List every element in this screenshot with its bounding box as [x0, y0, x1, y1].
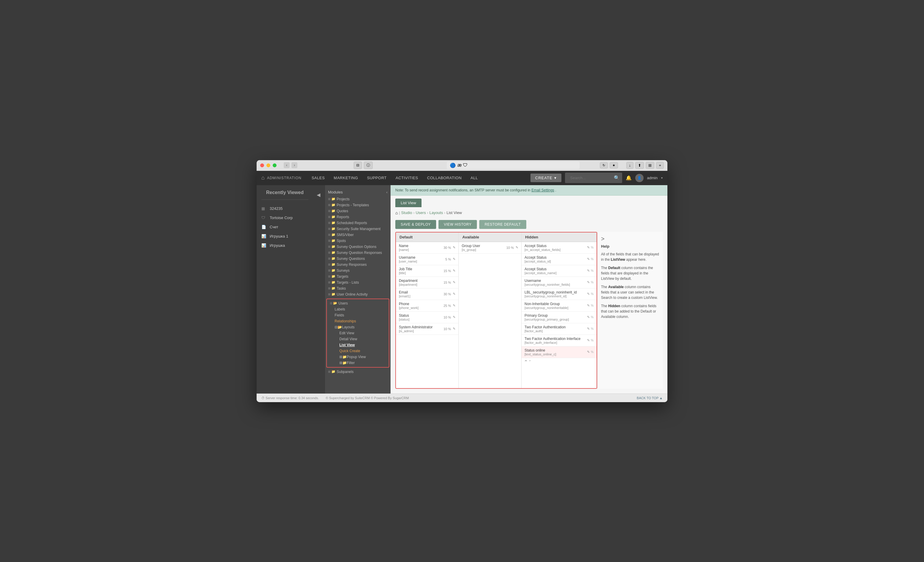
field-username-hidden[interactable]: Username [securitygroup_noninher_fields]…: [522, 277, 597, 288]
module-subitem-popupview[interactable]: ⊞ 📁 Popup View: [336, 354, 389, 360]
field-hidden-edit-icon[interactable]: ✎: [587, 350, 590, 354]
tab-view-button[interactable]: ⊟: [354, 162, 362, 169]
hidden-col-scroll[interactable]: Accept Status [m_accept_status_fields] ✎…: [522, 242, 597, 361]
field-department[interactable]: Department [department] 15 % ✎: [396, 277, 458, 288]
forward-button[interactable]: ›: [291, 162, 297, 168]
field-non-inheritable-group[interactable]: Non-Inheritable Group [securitygroup_non…: [522, 300, 597, 312]
field-sysadmin[interactable]: System Administrator [is_admin] 10 % ✎: [396, 323, 458, 335]
nav-marketing[interactable]: MARKETING: [330, 173, 362, 183]
module-item-sms[interactable]: ⊞ 📁 SMS/Viber: [325, 232, 390, 238]
notification-bell-icon[interactable]: 🔔: [626, 175, 632, 181]
nav-all[interactable]: ALL: [466, 173, 482, 183]
module-item-survey-responses[interactable]: ⊞ 📁 Survey Question Responses: [325, 250, 390, 256]
field-accept-status-3[interactable]: Accept Status [accept_status_name] ✎ %: [522, 265, 597, 277]
email-settings-link[interactable]: Email Settings: [531, 188, 554, 192]
field-accept-status-1[interactable]: Accept Status [m_accept_status_fields] ✎…: [522, 242, 597, 253]
field-jobtitle[interactable]: Job Title [title] 15 % ✎: [396, 265, 458, 277]
field-status-online[interactable]: Status online [text_status_online_c] ✎ %: [522, 346, 597, 358]
nav-support[interactable]: SUPPORT: [363, 173, 391, 183]
module-item-subpanels[interactable]: ⊞ 📁 Subpanels: [325, 369, 390, 375]
field-primary-group[interactable]: Primary Group [securitygroup_primary_gro…: [522, 312, 597, 323]
module-item-targets-lists[interactable]: ⊞ 📁 Targets - Lists: [325, 280, 390, 285]
field-accept-status-2[interactable]: Accept Status [accept_status_id] ✎ %: [522, 253, 597, 265]
field-name[interactable]: Name [name] 30 % ✎: [396, 242, 458, 253]
create-button[interactable]: CREATE: [531, 174, 561, 182]
user-avatar[interactable]: 👤: [635, 174, 644, 182]
close-button[interactable]: [260, 163, 264, 167]
field-groupuser[interactable]: Group User [is_group] 10 % ✎: [459, 242, 521, 253]
field-status-edit-icon[interactable]: ✎: [453, 315, 456, 319]
module-subitem-relationships[interactable]: Relationships: [332, 318, 389, 324]
search-input[interactable]: [567, 174, 612, 182]
view-history-button[interactable]: VIEW HISTORY: [438, 220, 477, 229]
module-subitem-quickcreate[interactable]: Quick Create: [336, 348, 389, 354]
nav-sales[interactable]: SALES: [308, 173, 329, 183]
field-status[interactable]: Status [status] 10 % ✎: [396, 312, 458, 323]
field-email-edit-icon[interactable]: ✎: [453, 292, 456, 296]
field-dept-edit-icon[interactable]: ✎: [453, 280, 456, 284]
field-hidden-edit-icon[interactable]: ✎: [587, 280, 590, 284]
admin-dropdown-icon[interactable]: ▾: [661, 176, 663, 180]
field-username-edit-icon[interactable]: ✎: [453, 257, 456, 261]
module-subitem-layouts[interactable]: ⊟ 📂 Layouts: [332, 324, 389, 330]
module-item-scheduled-reports[interactable]: ⊞ 📁 Scheduled Reports: [325, 220, 390, 226]
maximize-button[interactable]: [273, 163, 276, 167]
restore-default-button[interactable]: RESTORE DEFAULT: [479, 220, 526, 229]
admin-label[interactable]: admin: [647, 175, 658, 180]
field-lbl-securitygroup[interactable]: LBL_securitygroup_noninherit_id [securit…: [522, 288, 597, 300]
module-subitem-labels[interactable]: Labels: [332, 306, 389, 312]
modules-collapse-button[interactable]: ‹: [386, 190, 388, 194]
field-hidden-edit-icon[interactable]: ✎: [587, 304, 590, 307]
list-view-tab[interactable]: List View: [395, 199, 422, 207]
module-subitem-detailview[interactable]: Detail View: [336, 336, 389, 342]
sidebar-item-igrushka1[interactable]: 📊 Игрушка 1 ✎: [256, 232, 325, 241]
breadcrumb-layouts[interactable]: Layouts: [429, 210, 443, 215]
field-sysadmin-edit-icon[interactable]: ✎: [453, 327, 456, 331]
module-item-targets[interactable]: ⊞ 📁 Targets: [325, 274, 390, 280]
module-item-security-suite[interactable]: ⊞ 📁 Security Suite Management: [325, 226, 390, 232]
add-tab-button[interactable]: +: [656, 162, 664, 169]
home-icon[interactable]: ⌂: [261, 175, 265, 181]
field-hidden-edit-icon[interactable]: ✎: [587, 327, 590, 331]
info-button[interactable]: ⓘ: [364, 162, 373, 169]
field-two-factor[interactable]: Two Factor Authentication [factor_auth] …: [522, 323, 597, 335]
module-item-survey-questions[interactable]: ⊞ 📁 Survey Questions: [325, 256, 390, 262]
sidebar-item-tortoise[interactable]: 🛡 Tortoise Corp ✎: [256, 213, 325, 222]
minimize-button[interactable]: [266, 163, 270, 167]
field-hidden-edit-icon[interactable]: ✎: [587, 257, 590, 261]
grid-button[interactable]: ⊞: [646, 162, 654, 169]
sidebar-item-324235[interactable]: ▦ 324235 ✎: [256, 204, 325, 213]
module-item-projects[interactable]: ⊞ 📁 Projects: [325, 196, 390, 202]
field-hidden-edit-icon[interactable]: ✎: [587, 246, 590, 249]
sidebar-collapse-button[interactable]: ◀: [317, 192, 320, 198]
module-item-spots[interactable]: ⊞ 📁 Spots: [325, 238, 390, 244]
field-name-edit-icon[interactable]: ✎: [453, 246, 456, 249]
module-item-users[interactable]: ⊟ 📂 Users: [327, 300, 389, 306]
field-hidden-edit-icon[interactable]: ✎: [587, 339, 590, 342]
reload-button[interactable]: ↻: [600, 162, 608, 168]
nav-activities[interactable]: ACTIVITIES: [392, 173, 422, 183]
field-phone[interactable]: Phone [phone_work] 25 % ✎: [396, 300, 458, 312]
sidebar-item-igrushka[interactable]: 📊 Игрушка ✎: [256, 241, 325, 250]
module-item-projects-templates[interactable]: ⊞ 📁 Projects - Templates: [325, 202, 390, 208]
star-button[interactable]: ★: [610, 162, 618, 168]
module-subitem-fields[interactable]: Fields: [332, 312, 389, 318]
module-subitem-filter[interactable]: ⊞ 📁 Filter: [336, 360, 389, 366]
module-item-quotes[interactable]: ⊞ 📁 Quotes: [325, 208, 390, 214]
breadcrumb-users[interactable]: Users: [416, 210, 426, 215]
field-online[interactable]: Online [status_online_c] ✎ %: [522, 358, 597, 361]
field-groupuser-edit-icon[interactable]: ✎: [516, 246, 518, 249]
breadcrumb-home-icon[interactable]: ⌂: [395, 210, 398, 215]
field-email[interactable]: Email [email1] 30 % ✎: [396, 288, 458, 300]
sidebar-item-schet[interactable]: 📄 Счет ✎: [256, 222, 325, 232]
back-button[interactable]: ‹: [284, 162, 290, 168]
download-button[interactable]: ↓: [626, 162, 634, 169]
field-username[interactable]: Username [user_name] 5 % ✎: [396, 253, 458, 265]
field-hidden-edit-icon[interactable]: ✎: [587, 315, 590, 319]
module-item-surveys[interactable]: ⊞ 📁 Surveys: [325, 268, 390, 274]
help-panel-toggle[interactable]: >: [601, 235, 659, 242]
module-subitem-listview[interactable]: List View: [336, 342, 389, 348]
module-item-tasks[interactable]: ⊞ 📁 Tasks: [325, 285, 390, 291]
field-two-factor-interface[interactable]: Two Factor Authentication Interface [fac…: [522, 335, 597, 346]
back-to-top-button[interactable]: BACK TO TOP ▲: [637, 396, 663, 400]
